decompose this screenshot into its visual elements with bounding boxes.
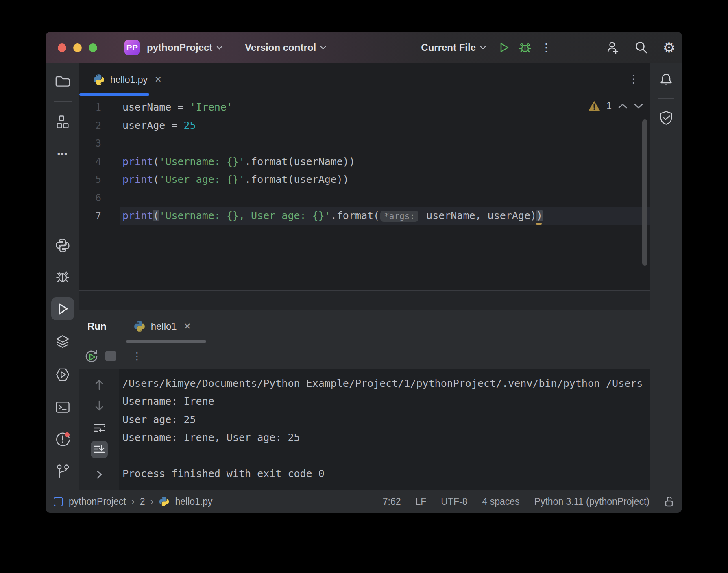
arrow-down-icon	[94, 400, 105, 411]
hexagon-play-icon	[54, 367, 71, 383]
structure-icon	[55, 115, 70, 130]
editor-panel-splitter[interactable]	[79, 290, 650, 310]
notifications-button[interactable]	[658, 72, 674, 88]
run-configuration-label: Current File	[421, 42, 476, 53]
play-icon	[498, 41, 510, 54]
code-lines[interactable]: userName = 'Irene'userAge = 25print('Use…	[120, 96, 650, 290]
caret-position[interactable]: 7:62	[383, 496, 401, 507]
toolbar-more-button[interactable]: ⋮	[132, 350, 142, 362]
run-panel-header: Run hello1 ✕	[79, 310, 650, 343]
project-logo: PP	[124, 40, 140, 55]
down-stacktrace-button[interactable]	[91, 397, 108, 414]
left-activity-bar: •••	[46, 63, 79, 490]
structure-tool-button[interactable]	[46, 115, 79, 130]
minimize-window-button[interactable]	[73, 43, 82, 52]
run-configuration-selector[interactable]: Current File	[421, 42, 486, 53]
python-icon	[93, 74, 105, 86]
close-window-button[interactable]	[58, 43, 66, 52]
run-toolbar: ⋮	[79, 343, 650, 369]
bug-icon	[519, 41, 532, 54]
debug-tool-button[interactable]	[46, 269, 79, 284]
run-tool-button-selected[interactable]	[51, 297, 74, 320]
maximize-window-button[interactable]	[89, 43, 97, 52]
soft-wrap-button[interactable]	[91, 419, 108, 436]
stop-button[interactable]	[105, 351, 116, 361]
git-tool-button[interactable]	[46, 464, 79, 479]
shield-check-icon	[658, 110, 674, 126]
status-indicator-icon[interactable]	[54, 497, 63, 506]
search-icon	[634, 41, 648, 54]
chevron-right-icon: ›	[131, 496, 135, 507]
line-ending[interactable]: LF	[416, 496, 427, 507]
editor-tab-hello1[interactable]: hello1.py ✕	[79, 63, 162, 96]
debug-button[interactable]	[516, 39, 534, 56]
more-actions-button[interactable]: ⋮	[537, 39, 555, 56]
services-tool-button[interactable]	[46, 334, 79, 349]
scroll-to-end-icon	[93, 444, 105, 455]
expand-console-button[interactable]	[91, 466, 108, 483]
code-editor[interactable]: 1234567 userName = 'Irene'userAge = 25pr…	[79, 96, 650, 290]
main-area: •••	[46, 63, 682, 490]
terminal-tool-button[interactable]	[46, 400, 79, 415]
divider	[54, 101, 72, 102]
ide-window: PP pythonProject Version control Current…	[46, 32, 682, 513]
run-tab-hello1[interactable]: hello1 ✕	[128, 310, 197, 343]
version-control-label: Version control	[245, 42, 316, 53]
python-packages-tool-button[interactable]	[46, 238, 79, 253]
status-bar: pythonProject › 2 › hello1.py 7:62 LF UT…	[46, 490, 682, 513]
breadcrumb-folder[interactable]: 2	[140, 496, 145, 507]
arrow-up-icon	[94, 379, 105, 391]
python-outline-icon	[55, 238, 70, 253]
next-warning-button[interactable]	[634, 103, 643, 109]
run-tab-label: hello1	[151, 321, 177, 332]
settings-button[interactable]: ⚙	[660, 39, 678, 56]
close-icon[interactable]: ✕	[155, 75, 162, 85]
indent-setting[interactable]: 4 spaces	[482, 496, 520, 507]
problems-icon	[54, 431, 71, 447]
close-icon[interactable]: ✕	[184, 321, 191, 331]
more-vertical-icon: ⋮	[628, 73, 639, 85]
console-text[interactable]: /Users/kimye/Documents/Python_Example/Pr…	[120, 369, 650, 490]
breadcrumb[interactable]: pythonProject › 2 › hello1.py	[69, 496, 213, 507]
project-menu[interactable]: pythonProject	[147, 42, 222, 53]
file-encoding[interactable]: UTF-8	[441, 496, 467, 507]
python-interpreter[interactable]: Python 3.11 (pythonProject)	[534, 496, 650, 507]
more-tool-windows-button[interactable]: •••	[46, 147, 79, 161]
unlocked-icon[interactable]	[664, 496, 674, 507]
editor-gutter[interactable]: 1234567	[79, 96, 119, 290]
tab-options-button[interactable]: ⋮	[628, 72, 639, 86]
code-with-me-button[interactable]	[604, 39, 622, 56]
warning-count[interactable]: 1	[606, 100, 612, 111]
chevron-right-icon	[95, 470, 103, 480]
up-stacktrace-button[interactable]	[91, 376, 108, 393]
inspection-widget: 1	[588, 100, 643, 111]
folder-icon	[55, 73, 70, 89]
editor-scrollbar[interactable]	[642, 119, 647, 266]
python-icon	[159, 496, 170, 507]
more-horizontal-icon: •••	[57, 149, 68, 159]
problems-tool-button[interactable]	[46, 432, 79, 446]
rerun-arrow-icon	[86, 351, 97, 362]
search-everywhere-button[interactable]	[632, 39, 650, 56]
chevron-right-icon: ›	[150, 496, 153, 507]
soft-wrap-icon	[93, 422, 105, 434]
security-trust-button[interactable]	[658, 110, 674, 126]
editor-tab-bar: hello1.py ✕ ⋮	[79, 63, 650, 96]
console-gutter	[79, 369, 119, 490]
chevron-down-icon	[216, 46, 222, 50]
scroll-to-end-button[interactable]	[91, 441, 108, 458]
run-button[interactable]	[495, 39, 513, 56]
breadcrumb-project[interactable]: pythonProject	[69, 496, 126, 507]
project-name: pythonProject	[147, 42, 212, 53]
chevron-down-icon	[320, 46, 326, 50]
gear-icon: ⚙	[663, 39, 675, 56]
terminal-icon	[54, 399, 71, 415]
rerun-button[interactable]	[84, 349, 99, 363]
warning-icon	[588, 100, 600, 111]
python-console-tool-button[interactable]	[46, 367, 79, 382]
run-console[interactable]: /Users/kimye/Documents/Python_Example/Pr…	[79, 369, 650, 490]
breadcrumb-file[interactable]: hello1.py	[175, 496, 212, 507]
version-control-menu[interactable]: Version control	[245, 42, 326, 53]
project-tool-button[interactable]	[46, 74, 79, 88]
previous-warning-button[interactable]	[618, 103, 628, 109]
